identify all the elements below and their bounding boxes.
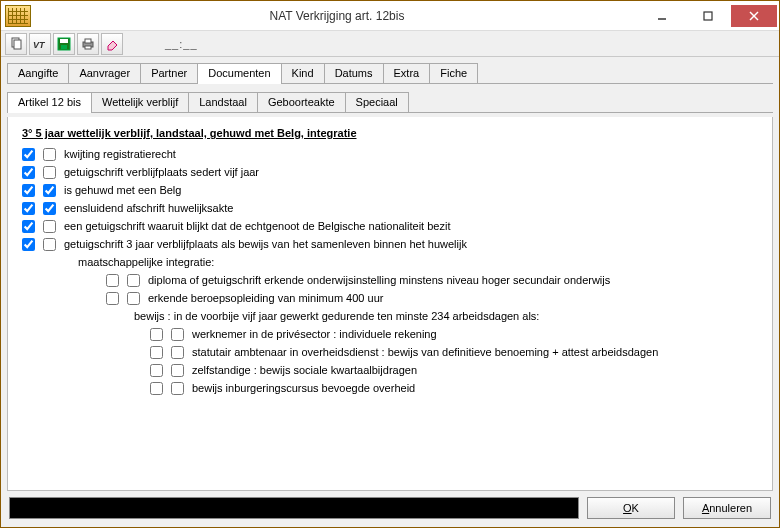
checkbox-col1[interactable]: [22, 166, 35, 179]
proof-heading: bewijs : in de voorbije vijf jaar gewerk…: [134, 310, 539, 322]
time-placeholder: __:__: [165, 38, 198, 50]
checkbox-col2[interactable]: [43, 166, 56, 179]
toolbar-save-button[interactable]: [53, 33, 75, 55]
svg-rect-1: [704, 12, 712, 20]
rows-group-integration: diploma of getuigschrift erkende onderwi…: [22, 271, 762, 307]
checkbox-row: getuigschrift verblijfplaats sedert vijf…: [22, 163, 762, 181]
checkbox-row: is gehuwd met een Belg: [22, 181, 762, 199]
checkbox-row: diploma of getuigschrift erkende onderwi…: [22, 271, 762, 289]
row-label: getuigschrift 3 jaar verblijfplaats als …: [64, 238, 467, 250]
minimize-button[interactable]: [639, 5, 685, 27]
content-panel: 3° 5 jaar wettelijk verblijf, landstaal,…: [7, 117, 773, 491]
svg-rect-9: [61, 45, 67, 49]
window-buttons: [639, 5, 777, 27]
main-tabrow: AangifteAanvragerPartnerDocumentenKindDa…: [1, 57, 779, 83]
row-label: erkende beroepsopleiding van minimum 400…: [148, 292, 383, 304]
app-icon: [5, 5, 31, 27]
toolbar-print-button[interactable]: [77, 33, 99, 55]
sub-tab[interactable]: Artikel 12 bis: [7, 92, 92, 112]
toolbar-erase-button[interactable]: [101, 33, 123, 55]
footer: OK Annuleren: [1, 491, 779, 527]
checkbox-row: kwijting registratierecht: [22, 145, 762, 163]
checkbox-col1[interactable]: [22, 220, 35, 233]
maximize-button[interactable]: [685, 5, 731, 27]
svg-rect-11: [85, 39, 91, 43]
main-tab[interactable]: Datums: [324, 63, 384, 83]
cancel-button-label: Annuleren: [702, 502, 752, 514]
row-label: kwijting registratierecht: [64, 148, 176, 160]
checkbox-col2[interactable]: [171, 364, 184, 377]
sub-tab[interactable]: Speciaal: [345, 92, 409, 112]
checkbox-col1[interactable]: [22, 238, 35, 251]
checkbox-row: een getuigschrift waaruit blijkt dat de …: [22, 217, 762, 235]
ok-button-label: OK: [623, 502, 639, 514]
checkbox-row: zelfstandige : bewijs sociale kwartaalbi…: [22, 361, 762, 379]
titlebar: NAT Verkrijging art. 12bis: [1, 1, 779, 31]
checkbox-col2[interactable]: [171, 382, 184, 395]
status-bar: [9, 497, 579, 519]
sub-tab[interactable]: Wettelijk verblijf: [91, 92, 189, 112]
checkbox-col1[interactable]: [150, 364, 163, 377]
row-label: een getuigschrift waaruit blijkt dat de …: [64, 220, 450, 232]
svg-marker-13: [108, 41, 117, 50]
checkbox-col2[interactable]: [127, 292, 140, 305]
main-tab[interactable]: Extra: [383, 63, 431, 83]
main-tab[interactable]: Partner: [140, 63, 198, 83]
checkbox-row: getuigschrift 3 jaar verblijfplaats als …: [22, 235, 762, 253]
cancel-button[interactable]: Annuleren: [683, 497, 771, 519]
checkbox-col2[interactable]: [43, 202, 56, 215]
checkbox-col2[interactable]: [43, 184, 56, 197]
checkbox-row: bewijs inburgeringscursus bevoegde overh…: [22, 379, 762, 397]
checkbox-row: eensluidend afschrift huwelijksakte: [22, 199, 762, 217]
sub-tab-underline: [7, 112, 773, 113]
main-tab[interactable]: Aanvrager: [68, 63, 141, 83]
integration-heading: maatschappelijke integratie:: [78, 256, 214, 268]
row-label: bewijs inburgeringscursus bevoegde overh…: [192, 382, 415, 394]
svg-text:VT: VT: [33, 40, 46, 50]
main-tab[interactable]: Documenten: [197, 63, 281, 83]
sub-tab[interactable]: Geboorteakte: [257, 92, 346, 112]
checkbox-col2[interactable]: [43, 148, 56, 161]
close-button[interactable]: [731, 5, 777, 27]
rows-group-proof: werknemer in de privésector : individuel…: [22, 325, 762, 397]
svg-rect-5: [14, 40, 21, 49]
checkbox-col2[interactable]: [43, 238, 56, 251]
checkbox-col1[interactable]: [150, 382, 163, 395]
row-label: eensluidend afschrift huwelijksakte: [64, 202, 233, 214]
row-label: getuigschrift verblijfplaats sedert vijf…: [64, 166, 259, 178]
checkbox-col1[interactable]: [150, 328, 163, 341]
ok-button[interactable]: OK: [587, 497, 675, 519]
checkbox-row: erkende beroepsopleiding van minimum 400…: [22, 289, 762, 307]
checkbox-col2[interactable]: [171, 346, 184, 359]
toolbar-copy-button[interactable]: [5, 33, 27, 55]
checkbox-row: statutair ambtenaar in overheidsdienst :…: [22, 343, 762, 361]
checkbox-col1[interactable]: [106, 292, 119, 305]
main-tab[interactable]: Fiche: [429, 63, 478, 83]
window-title: NAT Verkrijging art. 12bis: [35, 9, 639, 23]
checkbox-col1[interactable]: [22, 148, 35, 161]
app-window: NAT Verkrijging art. 12bis VT: [0, 0, 780, 528]
checkbox-col2[interactable]: [127, 274, 140, 287]
checkbox-col1[interactable]: [22, 184, 35, 197]
sub-tab[interactable]: Landstaal: [188, 92, 258, 112]
row-label: diploma of getuigschrift erkende onderwi…: [148, 274, 610, 286]
checkbox-col2[interactable]: [171, 328, 184, 341]
checkbox-col2[interactable]: [43, 220, 56, 233]
main-tab[interactable]: Aangifte: [7, 63, 69, 83]
row-label: statutair ambtenaar in overheidsdienst :…: [192, 346, 658, 358]
proof-heading-row: bewijs : in de voorbije vijf jaar gewerk…: [22, 307, 762, 325]
row-label: zelfstandige : bewijs sociale kwartaalbi…: [192, 364, 417, 376]
checkbox-row: werknemer in de privésector : individuel…: [22, 325, 762, 343]
sub-tabrow: Artikel 12 bisWettelijk verblijfLandstaa…: [1, 84, 779, 112]
main-tab[interactable]: Kind: [281, 63, 325, 83]
checkbox-col1[interactable]: [150, 346, 163, 359]
checkbox-col1[interactable]: [106, 274, 119, 287]
row-label: werknemer in de privésector : individuel…: [192, 328, 437, 340]
toolbar: VT __:__: [1, 31, 779, 57]
row-label: is gehuwd met een Belg: [64, 184, 181, 196]
section-title: 3° 5 jaar wettelijk verblijf, landstaal,…: [22, 127, 762, 139]
rows-group-main: kwijting registratierechtgetuigschrift v…: [22, 145, 762, 253]
toolbar-vt-button[interactable]: VT: [29, 33, 51, 55]
svg-rect-12: [85, 46, 91, 49]
checkbox-col1[interactable]: [22, 202, 35, 215]
